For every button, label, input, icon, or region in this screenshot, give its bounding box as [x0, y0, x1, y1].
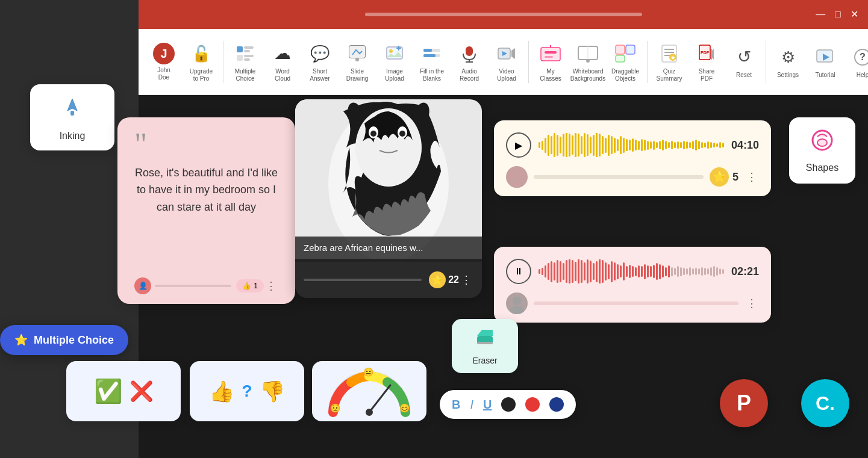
powerpoint-logo: P	[720, 379, 768, 427]
maximize-button[interactable]: □	[835, 10, 841, 19]
text-toolbar: B I U	[440, 390, 576, 419]
svg-rect-13	[423, 49, 432, 52]
toolbar-multiple-choice[interactable]: MultipleChoice	[227, 35, 263, 89]
toolbar-slide-drawing[interactable]: SlideDrawing	[339, 35, 375, 89]
star-count: 22	[448, 274, 459, 285]
svg-text:😊: 😊	[399, 403, 410, 413]
toolbar-whiteboard[interactable]: WhiteboardBackgrounds	[570, 35, 606, 89]
svg-rect-0	[237, 46, 243, 52]
audio-time-top: 04:10	[731, 139, 759, 152]
audio-user-row-bottom: ⋮	[506, 292, 759, 314]
svg-point-57	[510, 306, 524, 314]
svg-marker-64	[477, 330, 493, 336]
toolbar-do-label: DraggableObjects	[611, 68, 639, 82]
underline-button[interactable]: U	[483, 398, 492, 410]
true-false-card[interactable]: ✅ ❌	[66, 361, 181, 421]
toolbar-share-pdf[interactable]: PDF SharePDF	[688, 35, 725, 89]
svg-marker-20	[511, 48, 515, 59]
toolbar-draggable[interactable]: DraggableObjects	[607, 35, 643, 89]
toolbar-help[interactable]: ? Help	[845, 35, 868, 89]
toolbar-user[interactable]: J JohnDoe	[146, 35, 182, 89]
quote-footer: 👤 👍 1 ⋮	[134, 277, 278, 294]
svg-rect-15	[423, 54, 436, 57]
like-button[interactable]: 👍 1	[236, 279, 264, 292]
toolbar-t-label: Tutorial	[816, 72, 835, 79]
minimize-button[interactable]: —	[816, 10, 825, 19]
thumbs-card[interactable]: 👍 ? 👎	[190, 361, 304, 421]
svg-rect-28	[616, 45, 625, 54]
close-button[interactable]: ✕	[851, 10, 858, 19]
zebra-caption-bar: Zebra are African equines w...	[295, 237, 482, 259]
toolbar-vu-label: VideoUpload	[497, 68, 516, 82]
user-avatar-bottom	[506, 292, 528, 314]
eraser-label: Eraser	[472, 356, 497, 365]
svg-rect-29	[626, 45, 635, 54]
inking-label: Inking	[60, 131, 86, 141]
user-progress-top	[534, 175, 704, 179]
window-controls: — □ ✕	[816, 10, 858, 19]
color-blue[interactable]	[549, 397, 564, 412]
pause-button[interactable]: ⏸	[506, 259, 531, 284]
share-pdf-icon: PDF	[695, 42, 719, 66]
audio-card-top: ▶ 04:10 ⭐ 5 ⋮	[494, 120, 771, 196]
toolbar-sa-label: ShortAnswer	[310, 68, 329, 82]
zebra-card: Zebra are African equines w... ⭐ 22 ⋮	[295, 99, 482, 298]
toolbar-upgrade-label: Upgradeto Pro	[190, 68, 213, 82]
canva-logo: C.	[801, 379, 849, 427]
shapes-label: Shapes	[806, 162, 838, 173]
divider-2	[528, 41, 529, 83]
cross-icon: ❌	[130, 380, 154, 403]
toolbar-audio-record[interactable]: AudioRecord	[451, 35, 487, 89]
rating-num-top: 5	[732, 171, 738, 184]
audio-record-icon	[457, 42, 481, 66]
play-button[interactable]: ▶	[506, 132, 531, 158]
svg-point-67	[817, 139, 827, 146]
toolbar-mc-label: MultipleChoice	[235, 68, 255, 82]
user-avatar-top	[506, 166, 528, 188]
color-red[interactable]	[525, 397, 540, 412]
audio-more-button-top[interactable]: ⋮	[745, 170, 759, 184]
bold-button[interactable]: B	[452, 398, 460, 410]
audio-user-row-top: ⭐ 5 ⋮	[506, 166, 759, 188]
eraser-icon	[475, 327, 495, 352]
toolbar-settings[interactable]: ⚙ Settings	[770, 35, 806, 89]
toolbar-s-label: Settings	[777, 72, 799, 79]
tutorial-icon	[813, 45, 837, 69]
slide-drawing-icon	[345, 42, 369, 66]
toolbar-reset[interactable]: ↺ Reset	[726, 35, 762, 89]
zebra-more-button[interactable]: ⋮	[459, 273, 473, 287]
zebra-progress	[304, 279, 422, 281]
shapes-card[interactable]: Shapes	[789, 117, 855, 184]
toolbar-image-upload[interactable]: ImageUpload	[376, 35, 413, 89]
toolbar-video-upload[interactable]: VideoUpload	[489, 35, 525, 89]
gauge-card[interactable]: 😟 😊 😐	[312, 361, 426, 421]
svg-point-27	[586, 59, 590, 63]
toolbar-my-classes[interactable]: MyClasses	[532, 35, 569, 89]
svg-rect-5	[244, 58, 250, 61]
svg-point-50	[370, 131, 376, 137]
more-button[interactable]: ⋮	[264, 279, 278, 293]
quote-text: Rose, it's beautiful and I'd like to hav…	[134, 164, 278, 270]
audio-more-button-bottom[interactable]: ⋮	[745, 296, 759, 311]
svg-text:😟: 😟	[330, 403, 341, 413]
star-badge: ⭐ 22	[429, 271, 459, 288]
quiz-summary-icon: ★	[657, 42, 681, 66]
multiple-choice-button[interactable]: ⭐ Multiple Choice	[0, 325, 128, 355]
svg-point-11	[389, 49, 393, 53]
canva-letter: C.	[816, 392, 835, 415]
color-black[interactable]	[501, 397, 516, 412]
toolbar-word-cloud[interactable]: ☁ WordCloud	[264, 35, 301, 89]
lock-icon: 🔓	[189, 42, 213, 66]
toolbar-fill-blanks[interactable]: Fill in theBlanks	[414, 35, 450, 89]
help-icon: ?	[851, 45, 868, 69]
toolbar-short-answer[interactable]: 💬 ShortAnswer	[302, 35, 338, 89]
toolbar-tutorial[interactable]: Tutorial	[807, 35, 843, 89]
zebra-image	[295, 99, 482, 259]
audio-waveform-bottom: ⏸ 02:21	[506, 259, 759, 284]
toolbar-quiz-summary[interactable]: ★ QuizSummary	[651, 35, 687, 89]
inking-card[interactable]: Inking	[30, 84, 114, 150]
toolbar-sp-label: SharePDF	[699, 68, 715, 82]
italic-button[interactable]: I	[470, 398, 473, 410]
toolbar-upgrade[interactable]: 🔓 Upgradeto Pro	[183, 35, 219, 89]
eraser-card[interactable]: Eraser	[452, 319, 518, 373]
